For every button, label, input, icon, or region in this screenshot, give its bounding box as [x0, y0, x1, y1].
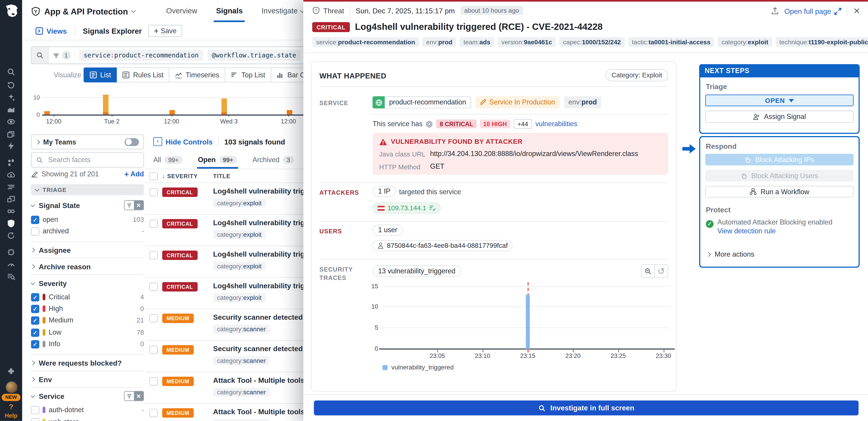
- help-label[interactable]: Help: [0, 412, 22, 419]
- user-avatar[interactable]: [5, 381, 18, 393]
- viz-option-rules-list[interactable]: Rules List: [117, 67, 170, 82]
- view-detection-rule-link[interactable]: View detection rule: [717, 227, 776, 235]
- query-chip-service[interactable]: service:product-recommendation: [79, 50, 203, 61]
- facet-item-archived[interactable]: archived -: [31, 227, 144, 236]
- link-icon[interactable]: [6, 207, 16, 216]
- checkbox-checked[interactable]: ✓: [31, 340, 39, 348]
- category-tag[interactable]: category:scanner: [213, 356, 270, 365]
- category-tag[interactable]: category:scanner: [213, 325, 270, 333]
- tag-pill[interactable]: category:exploit: [718, 37, 772, 47]
- gauge-icon[interactable]: [6, 260, 16, 269]
- facet-search-input[interactable]: [47, 155, 127, 164]
- clear-filter-icon[interactable]: ✕: [134, 201, 144, 209]
- add-facet-button[interactable]: +Add: [124, 170, 144, 179]
- attacker-ip-chip[interactable]: 109.73.144.1: [372, 202, 440, 214]
- help-question-icon[interactable]: ?: [0, 403, 22, 411]
- assign-signal-button[interactable]: Assign Signal: [705, 110, 854, 123]
- investigate-full-screen-button[interactable]: Investigate in full screen: [314, 400, 859, 415]
- query-chip-workflow[interactable]: @workflow.triage.state: [208, 50, 301, 61]
- tab-overview[interactable]: Overview: [166, 0, 197, 22]
- facet-group-env[interactable]: Env: [31, 375, 144, 384]
- service-chip[interactable]: product-recommendation: [372, 96, 471, 108]
- viz-option-timeseries[interactable]: Timeseries: [169, 67, 225, 82]
- checkbox-unchecked[interactable]: [31, 418, 39, 421]
- row-checkbox[interactable]: [150, 346, 158, 354]
- user-id-chip[interactable]: 8750844c-fa63-4ee8-ba44-08817799fcaf: [372, 240, 513, 251]
- block-attacking-ips-button[interactable]: Block Attacking IPs: [705, 154, 854, 165]
- row-checkbox[interactable]: [150, 377, 158, 386]
- facet-item-info[interactable]: ✓Info0: [31, 339, 144, 349]
- facet-item-open[interactable]: ✓ open 103: [31, 215, 144, 224]
- category-tag[interactable]: category:exploit: [213, 293, 266, 302]
- more-actions-button[interactable]: More actions: [707, 251, 754, 258]
- facet-item-web-store[interactable]: web-store: [31, 418, 144, 421]
- checkbox-checked[interactable]: ✓: [31, 328, 39, 337]
- frames-icon[interactable]: [6, 195, 16, 203]
- clear-filter-icon[interactable]: ✕: [134, 392, 144, 400]
- open-full-page-button[interactable]: Open full page: [784, 7, 841, 15]
- zoom-out-icon[interactable]: [641, 264, 655, 278]
- tab-archived[interactable]: Archived3: [252, 155, 294, 165]
- tab-signals[interactable]: Signals: [216, 0, 243, 22]
- log-search-icon[interactable]: [6, 272, 16, 281]
- facet-item-low[interactable]: ✓Low78: [31, 328, 144, 337]
- my-teams-toggle[interactable]: [124, 138, 139, 145]
- apm-eye-icon[interactable]: [6, 117, 16, 126]
- row-checkbox[interactable]: [150, 251, 158, 260]
- checkbox-checked[interactable]: ✓: [31, 293, 39, 301]
- facet-search-box[interactable]: [31, 152, 144, 167]
- checkbox-checked[interactable]: ✓: [31, 316, 39, 324]
- checkbox-checked[interactable]: ✓: [31, 216, 39, 224]
- debug-box-icon[interactable]: [6, 248, 16, 257]
- my-teams-toggle-box[interactable]: My Teams: [31, 134, 144, 149]
- category-tag[interactable]: category:scanner: [213, 388, 270, 396]
- row-checkbox[interactable]: [150, 220, 158, 228]
- checkbox-unchecked[interactable]: [31, 227, 39, 235]
- integrations-puzzle-icon[interactable]: [6, 367, 16, 376]
- facet-group-archive-reason[interactable]: Archive reason: [31, 262, 144, 271]
- tab-investigate[interactable]: Investigate: [261, 0, 304, 22]
- datadog-logo-icon[interactable]: [2, 2, 20, 20]
- run-workflow-button[interactable]: Run a Workflow: [705, 186, 854, 197]
- block-attacking-users-button[interactable]: Block Attacking Users: [705, 170, 854, 181]
- history-icon[interactable]: [6, 81, 16, 90]
- tag-pill[interactable]: env:prod: [422, 37, 456, 47]
- facet-group-requests-blocked[interactable]: Were requests blocked?: [31, 358, 144, 368]
- tag-pill[interactable]: service:product-recommendation: [312, 37, 419, 47]
- row-checkbox[interactable]: [150, 409, 158, 417]
- search-icon[interactable]: [6, 67, 16, 76]
- cloud-cost-icon[interactable]: [6, 170, 16, 179]
- checkbox-checked[interactable]: ✓: [31, 304, 39, 313]
- facet-item-medium[interactable]: ✓Medium21: [31, 316, 144, 325]
- service-map-icon[interactable]: [6, 158, 16, 167]
- security-shield-icon[interactable]: [6, 219, 16, 228]
- facet-item-auth-dotnet[interactable]: auth-dotnet-: [31, 406, 144, 414]
- facet-item-critical[interactable]: ✓Critical4: [31, 293, 144, 301]
- save-button[interactable]: +Save: [149, 25, 182, 37]
- checkbox-unchecked[interactable]: [31, 406, 39, 414]
- category-tag[interactable]: category:exploit: [213, 198, 266, 207]
- row-checkbox[interactable]: [150, 188, 158, 196]
- tag-pill[interactable]: technique:t1190-exploit-public-facing-ap…: [775, 37, 868, 47]
- cycle-icon[interactable]: [6, 231, 16, 240]
- close-icon[interactable]: ✕: [853, 6, 860, 16]
- filter-toggle[interactable]: 1: [49, 47, 75, 64]
- tab-all[interactable]: All99+: [153, 155, 183, 165]
- column-severity[interactable]: ↓ SEVERITY: [162, 172, 198, 179]
- lightning-icon[interactable]: [6, 141, 16, 150]
- column-title[interactable]: TITLE: [213, 172, 230, 179]
- viz-option-list[interactable]: List: [84, 67, 117, 82]
- env-chip[interactable]: env:prod: [564, 96, 601, 108]
- app-switcher[interactable]: App & API Protection: [31, 6, 135, 16]
- row-checkbox[interactable]: [150, 283, 158, 291]
- row-checkbox[interactable]: [150, 314, 158, 323]
- facet-group-signal-state[interactable]: Signal State ✕: [31, 200, 144, 210]
- viz-option-top-list[interactable]: Top List: [225, 67, 271, 82]
- layers-icon[interactable]: [6, 129, 16, 138]
- hide-controls-button[interactable]: ‹Hide Controls: [153, 137, 213, 146]
- tag-pill[interactable]: team:ads: [460, 37, 494, 47]
- tab-open[interactable]: Open99+: [198, 155, 237, 165]
- facet-filter-badge[interactable]: ✕: [124, 200, 144, 210]
- facet-filter-badge[interactable]: ✕: [124, 391, 144, 401]
- logs-icon[interactable]: [6, 183, 16, 191]
